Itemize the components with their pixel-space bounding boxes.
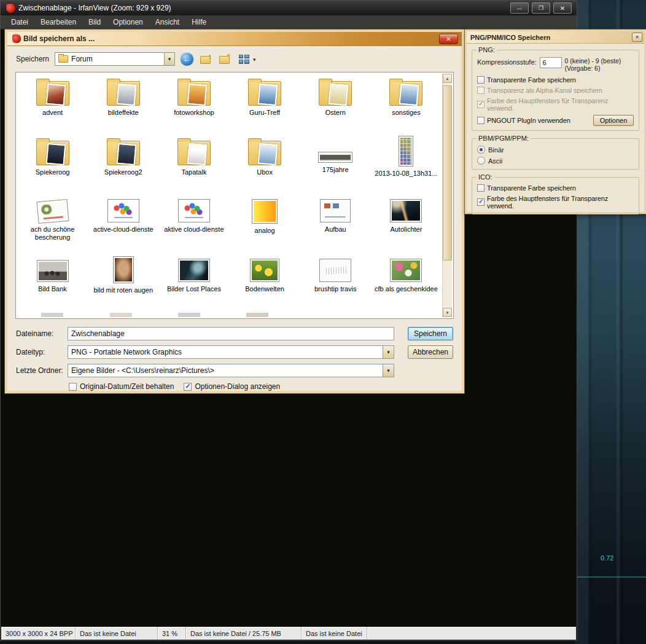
file-item[interactable]: cfb als geschenkidee [371, 253, 442, 313]
file-thumbnail-icon [318, 152, 352, 163]
scrollbar-thumb[interactable] [443, 85, 452, 261]
compression-label: Kompressionsstufe: [477, 57, 537, 66]
save-dialog-toolbar: Speichern Forum [7, 46, 462, 72]
pngout-options-button[interactable]: Optionen [593, 115, 634, 126]
status-size: Das ist keine Datei / 25.75 MB [186, 627, 302, 640]
png-transparent-checkbox[interactable]: Transparente Farbe speichern [477, 76, 634, 84]
menu-item[interactable]: Bearbeiten [35, 17, 82, 28]
file-item[interactable]: Bild Bank [17, 253, 88, 313]
ico-mainwindow-color-checkbox[interactable]: Farbe des Hauptfensters für Transparenz … [477, 195, 634, 210]
file-thumbnail-icon [320, 199, 351, 222]
close-button[interactable] [553, 2, 572, 14]
menu-item[interactable]: Optionen [107, 17, 149, 28]
filetype-caret-icon[interactable] [383, 346, 394, 358]
menu-item[interactable]: Bild [83, 17, 106, 28]
file-thumbnail-icon [252, 199, 278, 224]
file-item[interactable]: active-cloud-dienste [88, 194, 158, 253]
irfanview-dialog-icon [12, 34, 21, 43]
file-item[interactable]: brushtip travis [300, 253, 371, 313]
menu-item[interactable]: Hilfe [186, 17, 212, 28]
scroll-up-icon[interactable] [443, 74, 452, 83]
file-item[interactable]: Bodenwelten [229, 253, 300, 313]
location-caret-icon[interactable] [164, 53, 174, 65]
location-combobox[interactable]: Forum [55, 52, 175, 66]
minimize-button[interactable] [510, 2, 529, 14]
file-label: bild mit roten augen [88, 286, 158, 294]
filename-label: Dateiname: [16, 329, 68, 338]
file-item[interactable]: ach du schöne bescherung [17, 194, 88, 253]
save-dialog-close-icon[interactable] [439, 34, 458, 44]
view-menu-caret-icon[interactable] [253, 55, 256, 63]
file-thumbnail-icon [107, 199, 139, 222]
file-item[interactable]: Autolichter [371, 194, 442, 253]
scrollbar-track[interactable] [443, 83, 452, 308]
file-item[interactable]: bildeffekte [88, 74, 158, 134]
file-item[interactable]: Aufbau [300, 194, 371, 253]
file-thumbnail-icon [248, 141, 281, 165]
pngout-box [477, 117, 484, 124]
binary-radio[interactable]: Binär [477, 146, 634, 154]
file-item[interactable]: Bilder Lost Places [158, 253, 229, 313]
file-thumbnail-icon [36, 81, 69, 106]
file-item[interactable]: Ostern [300, 74, 371, 134]
cancel-button[interactable]: Abbrechen [408, 345, 453, 359]
pngout-checkbox[interactable]: PNGOUT PlugIn verwenden [477, 117, 570, 124]
save-dialog-titlebar: Bild speichern als ... [7, 32, 462, 46]
filename-input[interactable] [68, 327, 394, 340]
file-item[interactable]: 175jahre [300, 134, 371, 194]
file-item[interactable]: bild mit roten augen [88, 253, 158, 313]
back-icon[interactable] [181, 53, 193, 66]
maximize-button[interactable] [532, 2, 550, 14]
filetype-label: Dateityp: [16, 348, 68, 356]
file-item[interactable]: sonstiges [371, 74, 442, 134]
file-item[interactable]: Ubox [229, 134, 300, 194]
ico-transparent-checkbox[interactable]: Transparente Farbe speichern [477, 184, 634, 192]
file-item[interactable]: 2013-10-08_13h31... [371, 134, 442, 194]
show-options-checkbox-box [184, 383, 192, 391]
file-item[interactable]: Guru-Treff [229, 74, 300, 134]
file-item[interactable]: advent [17, 74, 88, 134]
png-transparent-box [477, 76, 484, 84]
new-folder-icon[interactable] [218, 52, 232, 66]
binary-radio-button [477, 146, 485, 154]
ico-transparent-box [477, 184, 484, 192]
file-thumbnail-icon [36, 141, 69, 165]
file-label: 2013-10-08_13h31... [371, 170, 442, 178]
menu-bar: Datei Bearbeiten Bild Optionen Ansicht H… [1, 15, 577, 29]
lastfolder-select[interactable]: Eigene Bilder - <C:\Users\reinarz\Pictur… [68, 364, 394, 377]
menu-item[interactable]: Datei [6, 17, 34, 28]
save-button[interactable]: Speichern [408, 327, 453, 340]
up-arrow-icon [208, 52, 212, 60]
hud-scanline [575, 576, 646, 578]
png-alpha-checkbox: Transparenz als Alpha-Kanal speichern [477, 87, 634, 94]
compression-input[interactable] [540, 57, 562, 68]
file-thumbnail-icon [113, 256, 134, 283]
up-one-level-icon[interactable] [199, 52, 212, 66]
ico-group: ICO: Transparente Farbe speichern Farbe … [472, 177, 639, 214]
menu-item[interactable]: Ansicht [150, 17, 185, 28]
file-list: advent bildeffekte fotoworkshop Guru-Tre… [17, 74, 442, 317]
filetype-select[interactable]: PNG - Portable Network Graphics [68, 345, 394, 359]
file-item[interactable]: Spiekeroog2 [88, 134, 158, 194]
scroll-down-icon[interactable] [443, 308, 452, 317]
file-item[interactable]: fotoworkshop [158, 74, 229, 134]
ascii-radio-label: Ascii [488, 157, 502, 165]
keep-date-label: Original-Datum/Zeit behalten [80, 382, 174, 391]
save-as-dialog: Bild speichern als ... Speichern Forum [5, 29, 464, 393]
file-item[interactable]: analog [229, 194, 300, 253]
keep-date-checkbox[interactable]: Original-Datum/Zeit behalten [69, 382, 174, 391]
status-bar: 3000 x 3000 x 24 BPP Das ist keine Datei… [1, 627, 576, 640]
pngout-label: PNGOUT PlugIn verwenden [487, 117, 570, 124]
ico-group-label: ICO: [477, 173, 494, 181]
file-item[interactable]: Tapatalk [158, 134, 229, 194]
png-dialog-close-icon[interactable] [632, 33, 642, 42]
ascii-radio[interactable]: Ascii [477, 157, 634, 165]
lastfolder-caret-icon[interactable] [383, 364, 394, 377]
file-label: 175jahre [300, 166, 371, 174]
file-item[interactable]: aktive cloud-dienste [158, 194, 229, 253]
view-menu-icon[interactable] [237, 52, 251, 66]
show-options-checkbox[interactable]: Optionen-Dialog anzeigen [184, 382, 280, 391]
compression-hint: 0 (keine) - 9 (beste) (Vorgabe: 6) [565, 57, 621, 72]
vertical-scrollbar[interactable] [442, 74, 452, 317]
file-item[interactable]: Spiekeroog [17, 134, 88, 194]
